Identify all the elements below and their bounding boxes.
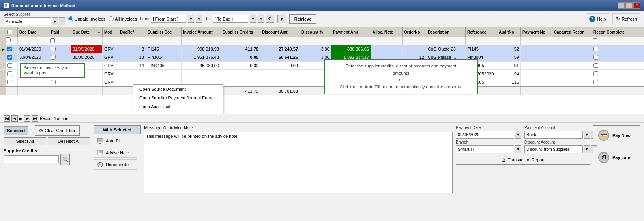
cell-check-3[interactable]	[6, 62, 18, 69]
context-open-supplier-payment[interactable]: Open Supplier Payment Journal Entry	[133, 94, 223, 102]
header-suppliercredits[interactable]: Supplier Credits	[221, 27, 260, 37]
filter-duedate-input[interactable]	[71, 37, 102, 44]
header-reference[interactable]: Reference	[466, 27, 497, 37]
nav-expand[interactable]: ▶	[65, 116, 68, 121]
header-mod[interactable]: Mod	[103, 27, 118, 37]
deselect-all-button[interactable]: Deselect All	[48, 137, 90, 145]
payment-account-input[interactable]	[524, 131, 583, 139]
nav-triangle[interactable]: ▶	[19, 116, 22, 121]
header-paymentamt[interactable]: Payment Amt	[331, 27, 371, 37]
supplier-credits-input[interactable]	[4, 155, 59, 163]
filter-description	[426, 37, 466, 45]
unreconcile-button[interactable]: Unreconcile	[94, 159, 137, 170]
credits-search-button[interactable]: 🔍	[60, 154, 70, 165]
table-row[interactable]: GRV CoG DP Pro... PIN0905 116	[0, 78, 644, 86]
cell-check-1[interactable]	[6, 45, 18, 53]
cell-reconcomplete-4	[592, 70, 627, 78]
nav-first-button[interactable]: |◀	[4, 115, 10, 122]
select-all-button[interactable]: Select All	[4, 137, 46, 145]
retrieve-button[interactable]: Retrieve	[289, 14, 316, 24]
filter-docdate-input[interactable]	[18, 37, 49, 44]
cell-check-5[interactable]	[6, 78, 18, 86]
refresh-button[interactable]: ↻ Refresh	[612, 13, 640, 24]
maximize-button[interactable]: □	[625, 2, 633, 9]
context-open-source[interactable]: Open Source Document	[133, 85, 223, 94]
auto-fill-button[interactable]: Auto Fill	[94, 136, 137, 146]
calendar-button[interactable]: 31	[266, 15, 274, 23]
close-button[interactable]: ✕	[633, 2, 640, 9]
pay-later-button[interactable]: ⏱ Pay Later	[593, 148, 640, 167]
filter-button[interactable]: ▼	[277, 15, 286, 23]
totals-paymentno	[521, 87, 552, 95]
from-clear[interactable]: ✕	[196, 15, 202, 23]
header-supplierdoc[interactable]: Supplier Doc	[146, 27, 182, 37]
advise-note-label: Advise Note	[106, 150, 129, 155]
pay-now-button[interactable]: 💳 Pay Now	[593, 125, 640, 145]
header-checkbox[interactable]	[7, 30, 12, 34]
payment-date-dropdown[interactable]: ▼	[515, 131, 521, 139]
context-open-audit-trail[interactable]: Open Audit Trail	[133, 102, 223, 111]
header-docdate[interactable]: Doc Date	[18, 27, 49, 37]
context-open-captured-recon[interactable]: Open Captured Recon	[133, 111, 223, 114]
from-dropdown[interactable]: ▼	[188, 15, 194, 23]
header-auditno[interactable]: AuditNo	[497, 27, 521, 37]
payment-date-input[interactable]	[456, 131, 514, 139]
supplier-credits-label: Supplier Credits	[4, 148, 90, 153]
header-docref[interactable]: DocRef	[118, 27, 146, 37]
header-allocnote[interactable]: Alloc. Note	[371, 27, 402, 37]
header-paid[interactable]: Paid	[49, 27, 71, 37]
branch-input[interactable]	[456, 145, 514, 153]
totals-docdate	[18, 87, 49, 95]
filter-checkbox[interactable]	[6, 37, 11, 42]
cell-capturedrecon-3	[552, 62, 592, 69]
table-row[interactable]: ▶ 01/04/2020 01/05/2020 GRV 8 PI145 908 …	[0, 45, 644, 53]
header-paymentno[interactable]: Payment No	[521, 27, 552, 37]
branch-dropdown[interactable]: ▼	[515, 145, 521, 153]
unpaid-invoices-radio[interactable]: Unpaid Invoices	[68, 16, 105, 21]
header-duedate[interactable]: Due Date ▲	[71, 27, 103, 37]
discount-account-dropdown[interactable]: ▼	[584, 145, 590, 153]
header-orderno[interactable]: OrderNo	[402, 27, 426, 37]
nav-last-button[interactable]: ▶|	[32, 115, 38, 122]
supplier-clear-button[interactable]: ▼	[52, 17, 58, 25]
supplier-input[interactable]	[4, 17, 51, 25]
advise-note-button[interactable]: Advise Note	[94, 148, 137, 158]
discount-account-input[interactable]	[524, 145, 583, 153]
supplier-x-button[interactable]: ✕	[59, 17, 65, 25]
payment-account-dropdown[interactable]: ▼	[584, 131, 590, 139]
payment-fields: Payment Date ▼ Payment Account ▼ ✕ Bra	[456, 125, 590, 153]
to-input[interactable]	[213, 15, 248, 23]
clear-grid-filter-button[interactable]: ⊘ Clear Grid Filter	[35, 125, 80, 136]
table-row[interactable]: GRV 16 CoG PIN07052020 94	[0, 70, 644, 78]
header-discountamt[interactable]: Discount Amt	[260, 27, 300, 37]
header-reconcomplete[interactable]: Recon Complete	[592, 27, 627, 37]
table-row[interactable]: 30/04/2020 30/05/2020 GRV 13 Pin3004 1 9…	[0, 53, 644, 62]
app-icon: R	[4, 3, 9, 8]
with-selected-button[interactable]: With Selected	[94, 125, 141, 134]
all-invoices-radio[interactable]: All Invoices	[109, 16, 137, 21]
totals-discountamt: 85 781.83	[260, 87, 300, 95]
cell-check-4[interactable]	[6, 70, 18, 78]
help-button[interactable]: ? Help	[586, 13, 610, 24]
transaction-report-button[interactable]: 🖨 Transaction Report	[456, 155, 590, 165]
nav-prev-button[interactable]: ◀	[11, 115, 18, 122]
filter-reconcomplete-checkbox[interactable]	[593, 38, 597, 43]
header-description[interactable]: Description	[426, 27, 466, 37]
to-dropdown[interactable]: ▼	[250, 15, 256, 23]
help-icon: ?	[589, 16, 595, 22]
header-capturedrecon[interactable]: Captured Recon	[552, 27, 592, 37]
header-invoiceamt[interactable]: Invoice Amount	[182, 27, 221, 37]
cell-mod-3: GRV	[103, 62, 118, 69]
nav-next-button[interactable]: ▶	[24, 115, 30, 122]
cell-check-2[interactable]	[6, 53, 18, 61]
filter-paid-checkbox[interactable]	[50, 38, 55, 43]
message-textarea[interactable]: This message will be printed on the advi…	[144, 132, 453, 193]
table-row[interactable]: GRV 14 PIN0405 45 080.00 0.00 0.00 0.00 …	[0, 62, 644, 70]
from-input[interactable]	[151, 15, 186, 23]
header-discountpct[interactable]: Discount %	[300, 27, 331, 37]
cell-description-1: CoG Quote 23	[426, 45, 466, 53]
to-clear[interactable]: ✕	[258, 15, 264, 23]
totals-row: 3 068 411.46 411.70 85 781.83 2 773 200.…	[0, 86, 644, 95]
minimize-button[interactable]: _	[618, 2, 625, 9]
sort-arrow: ▲	[97, 30, 101, 34]
